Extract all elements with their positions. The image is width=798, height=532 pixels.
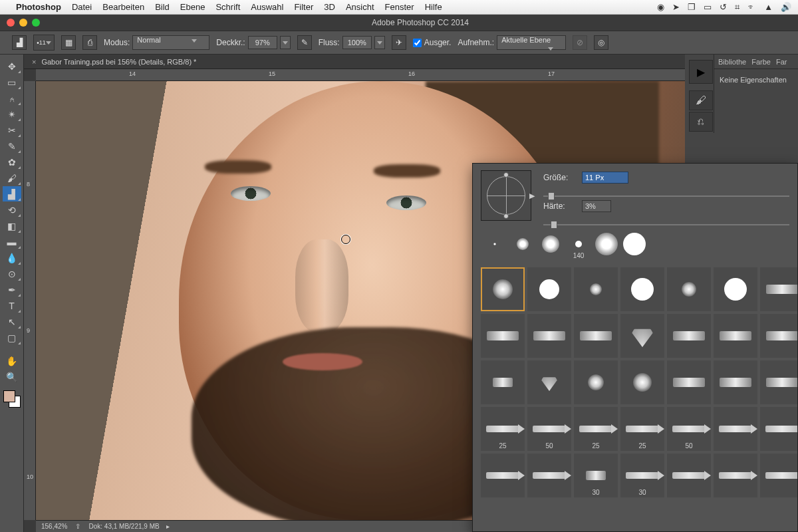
aligned-checkbox[interactable] (413, 39, 422, 47)
brush-angle-control[interactable]: ▶ (481, 170, 531, 221)
brush-tile[interactable]: 25 (574, 407, 618, 451)
brush-tile[interactable] (527, 314, 571, 358)
mirror-icon[interactable]: ▭ (704, 2, 712, 13)
brush-hardness-slider[interactable] (543, 220, 789, 221)
brush-tile[interactable] (714, 407, 757, 451)
doc-size[interactable]: Dok: 43,1 MB/221,9 MB (88, 523, 159, 530)
menu-auswahl[interactable]: Auswahl (251, 2, 283, 12)
window-close-button[interactable] (7, 19, 15, 27)
brush-tile[interactable] (760, 314, 798, 358)
brush-tile[interactable] (760, 407, 798, 451)
brush-tile[interactable]: 30 (620, 454, 664, 497)
flow-input[interactable] (342, 36, 372, 49)
quick-select-tool[interactable]: ✴ (3, 106, 21, 122)
brush-tile[interactable] (527, 360, 571, 404)
brush-tile[interactable]: 25 (481, 407, 525, 451)
play-icon[interactable]: ▶ (689, 60, 713, 84)
blend-mode-select[interactable]: Normal (132, 35, 209, 50)
menu-filter[interactable]: Filter (294, 2, 313, 12)
brush-preset-picker[interactable]: •11 (33, 35, 55, 51)
brush-tile[interactable] (574, 314, 618, 358)
brush-tile[interactable] (760, 454, 798, 497)
brush-size-input[interactable] (582, 172, 628, 184)
brush-tile[interactable] (714, 267, 757, 311)
menu-ansicht[interactable]: Ansicht (346, 2, 374, 12)
rect-marquee-tool[interactable]: ▭ (3, 74, 21, 90)
ruler-horizontal[interactable]: 14 15 16 17 (36, 69, 685, 81)
pressure-opacity-icon[interactable]: ✎ (297, 35, 312, 50)
battery-icon[interactable]: ▲ (764, 2, 773, 13)
opacity-dropdown[interactable] (280, 36, 291, 49)
brush-size-slider[interactable] (543, 192, 789, 192)
preview-small[interactable] (509, 230, 537, 258)
airbrush-icon[interactable]: ✈ (392, 35, 406, 50)
clone-source-panel-icon[interactable]: ⎌ (689, 112, 713, 132)
brushes-panel-icon[interactable]: 🖌 (689, 90, 713, 110)
preview-hard-big[interactable] (620, 230, 648, 258)
history-icon[interactable]: ↺ (720, 2, 727, 13)
menu-fenster[interactable]: Fenster (385, 2, 414, 12)
pressure-size-icon[interactable]: ◎ (594, 35, 608, 50)
clone-stamp-tool[interactable]: ▟ (3, 186, 21, 201)
menu-ebene[interactable]: Ebene (180, 2, 205, 12)
brush-tool[interactable]: 🖌 (3, 170, 21, 186)
brush-tile[interactable] (574, 267, 618, 311)
document-tab-label[interactable]: Gabor Training.psd bei 156% (Details, RG… (41, 58, 196, 66)
zoom-level[interactable]: 156,42% (41, 523, 67, 530)
brush-tile[interactable] (714, 454, 757, 497)
brush-tile[interactable] (714, 314, 757, 358)
menu-datei[interactable]: Datei (72, 2, 92, 12)
current-tool-icon[interactable]: ▟ (12, 35, 27, 50)
path-select-tool[interactable]: ↖ (3, 314, 21, 329)
brush-tile[interactable] (620, 314, 664, 358)
brush-tile[interactable]: 50 (667, 407, 711, 451)
brush-tile[interactable] (481, 360, 525, 404)
share-icon[interactable]: ⇪ (74, 523, 82, 530)
brush-tile[interactable] (527, 267, 571, 311)
clone-source-icon[interactable]: ⎙ (82, 35, 97, 50)
color-swatches[interactable] (3, 390, 21, 408)
window-minimize-button[interactable] (19, 19, 27, 27)
history-brush-tool[interactable]: ⟲ (3, 202, 21, 217)
preview-med[interactable] (537, 230, 565, 258)
brush-tile[interactable] (714, 360, 757, 404)
brush-tile[interactable] (481, 267, 525, 311)
brush-tile[interactable] (760, 360, 798, 404)
status-menu-icon[interactable]: ▸ (166, 523, 170, 530)
crop-tool[interactable]: ✂ (3, 122, 21, 138)
eyedropper-tool[interactable]: ✎ (3, 138, 21, 154)
move-tool[interactable]: ✥ (3, 59, 21, 74)
menu-hilfe[interactable]: Hilfe (425, 2, 442, 12)
ignore-adjustment-icon[interactable]: ⊘ (573, 35, 587, 50)
tab-far[interactable]: Far (776, 58, 787, 66)
brush-tile[interactable] (667, 267, 711, 311)
tab-farbe[interactable]: Farbe (751, 58, 771, 66)
preview-tiny[interactable] (481, 230, 509, 258)
preview-140[interactable]: 140 (565, 230, 593, 258)
healing-brush-tool[interactable]: ✿ (3, 154, 21, 170)
zoom-tool[interactable]: 🔍 (3, 369, 21, 384)
menu-schrift[interactable]: Schrift (215, 2, 240, 12)
brush-hardness-input[interactable] (582, 200, 611, 212)
eraser-tool[interactable]: ◧ (3, 218, 21, 233)
brush-tile[interactable]: 50 (527, 407, 571, 451)
pen-tool[interactable]: ✒ (3, 282, 21, 297)
tab-close-icon[interactable]: × (32, 58, 36, 66)
dodge-tool[interactable]: ⊙ (3, 266, 21, 281)
tab-bibliothek[interactable]: Bibliothe (718, 58, 746, 66)
brush-tile[interactable] (667, 314, 711, 358)
record-icon[interactable]: ◉ (657, 2, 664, 13)
window-zoom-button[interactable] (32, 19, 40, 27)
brush-tile[interactable] (527, 454, 571, 497)
brush-tile[interactable] (574, 360, 618, 404)
brush-tile[interactable] (760, 267, 798, 311)
brush-tile[interactable] (667, 454, 711, 497)
paperplane-icon[interactable]: ➤ (672, 2, 680, 13)
blur-tool[interactable]: 💧 (3, 250, 21, 265)
sample-select[interactable]: Aktuelle Ebene (497, 35, 566, 50)
brush-tile[interactable] (620, 360, 664, 404)
opacity-input[interactable] (248, 36, 277, 49)
gradient-tool[interactable]: ▬ (3, 234, 21, 249)
rectangle-tool[interactable]: ▢ (3, 330, 21, 345)
preview-soft-big[interactable] (593, 230, 620, 258)
